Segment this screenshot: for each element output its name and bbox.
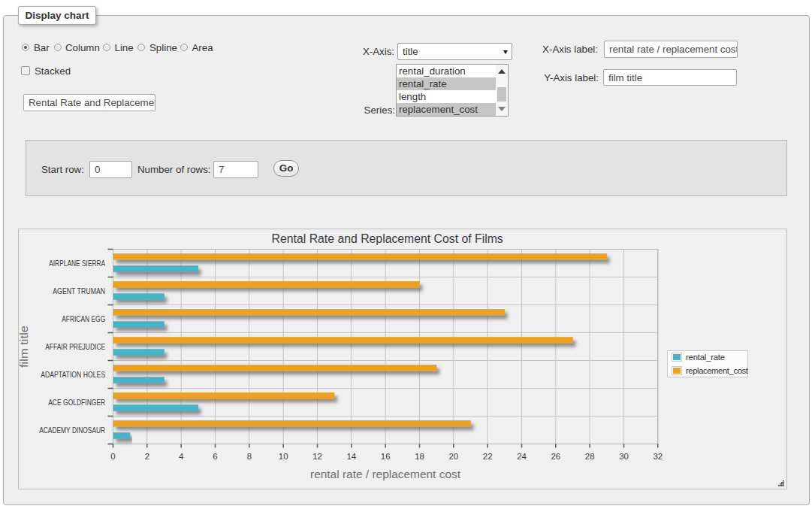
svg-text:AFFAIR PREJUDICE: AFFAIR PREJUDICE — [45, 343, 105, 351]
svg-text:ADAPTATION HOLES: ADAPTATION HOLES — [41, 371, 105, 379]
svg-text:26: 26 — [551, 452, 560, 461]
svg-text:22: 22 — [483, 452, 493, 461]
svg-text:2: 2 — [145, 452, 149, 461]
svg-text:20: 20 — [448, 452, 458, 461]
svg-text:ACE GOLDFINGER: ACE GOLDFINGER — [48, 398, 105, 407]
svg-text:12: 12 — [312, 452, 322, 461]
svg-text:10: 10 — [279, 452, 288, 461]
svg-text:30: 30 — [619, 452, 629, 461]
svg-text:24: 24 — [517, 452, 527, 461]
svg-text:AGENT TRUMAN: AGENT TRUMAN — [53, 287, 105, 295]
svg-text:32: 32 — [653, 452, 663, 461]
svg-text:film title: film title — [19, 326, 30, 368]
svg-text:AFRICAN EGG: AFRICAN EGG — [62, 315, 105, 323]
svg-text:16: 16 — [381, 452, 391, 461]
svg-text:18: 18 — [415, 452, 424, 461]
svg-text:Rental Rate and Replacement Co: Rental Rate and Replacement Cost of Film… — [272, 232, 503, 245]
svg-text:AIRPLANE SIERRA: AIRPLANE SIERRA — [49, 259, 105, 268]
svg-text:ACADEMY DINOSAUR: ACADEMY DINOSAUR — [39, 426, 105, 435]
svg-text:0: 0 — [110, 452, 115, 461]
svg-text:8: 8 — [247, 452, 252, 461]
svg-text:14: 14 — [346, 452, 356, 461]
svg-text:28: 28 — [585, 452, 595, 461]
svg-text:rental rate / replacement cost: rental rate / replacement cost — [310, 468, 460, 480]
svg-text:4: 4 — [179, 452, 183, 461]
svg-text:6: 6 — [213, 452, 217, 461]
